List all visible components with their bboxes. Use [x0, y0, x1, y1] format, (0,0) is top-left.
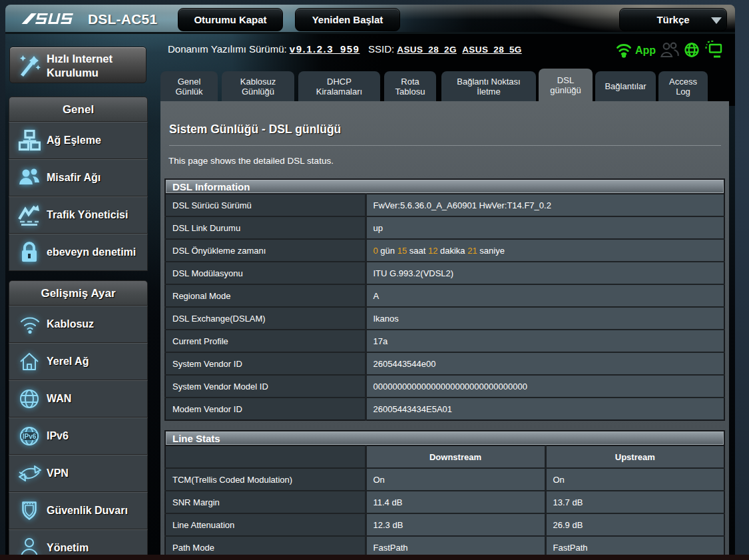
svg-text:App: App [635, 45, 656, 56]
svg-text:IPv6: IPv6 [23, 433, 37, 440]
